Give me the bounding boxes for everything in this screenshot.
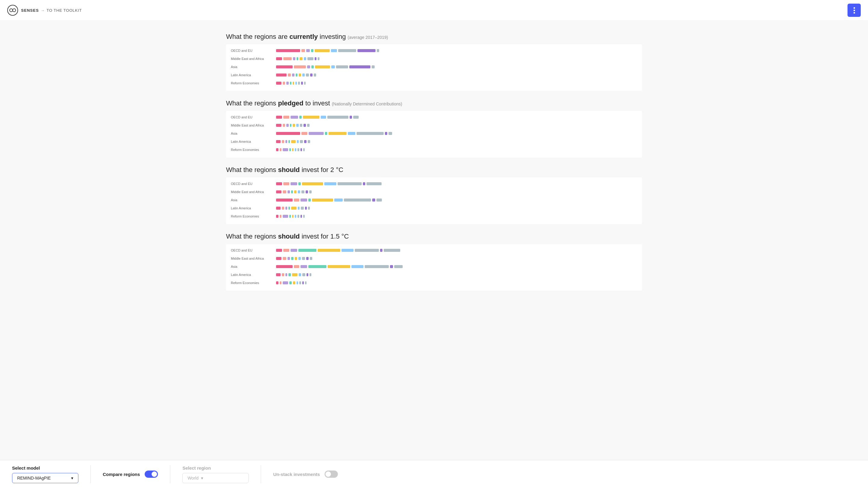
bar-pledged-1-1: [283, 124, 285, 127]
brand-label: SENSES: [21, 8, 39, 13]
bar-1.5deg-0-7: [380, 249, 382, 252]
senses-logo: [7, 5, 18, 16]
bar-2deg-1-6: [301, 190, 304, 193]
bar-1.5deg-0-8: [384, 249, 400, 252]
bar-2deg-4-8: [303, 215, 305, 218]
bar-1.5deg-0-2: [290, 249, 297, 252]
bar-currently-4-0: [276, 82, 281, 85]
bar-2deg-4-1: [280, 215, 281, 218]
menu-dot-2: [854, 10, 855, 11]
bars-container-1.5deg-3: [276, 273, 637, 276]
bar-pledged-4-0: [276, 148, 278, 151]
bar-currently-2-6: [336, 65, 348, 68]
bar-currently-4-5: [296, 82, 297, 85]
bar-pledged-1-3: [290, 124, 291, 127]
bar-2deg-1-5: [298, 190, 300, 193]
bar-currently-1-0: [276, 57, 282, 60]
bar-currently-0-5: [331, 49, 337, 52]
bar-2deg-1-4: [294, 190, 297, 193]
region-dropdown[interactable]: World ▾: [182, 473, 249, 483]
bar-2deg-4-5: [295, 215, 296, 218]
region-row-1.5deg-0: OECD and EU: [231, 247, 637, 254]
bar-pledged-4-6: [298, 148, 299, 151]
bar-1.5deg-0-0: [276, 249, 282, 252]
bars-container-currently-1: [276, 57, 637, 60]
bar-pledged-0-6: [327, 116, 348, 119]
bar-pledged-3-4: [291, 140, 296, 143]
bar-1.5deg-2-2: [301, 265, 307, 268]
bar-currently-2-2: [307, 65, 310, 68]
menu-button[interactable]: [847, 4, 861, 17]
unstack-toggle[interactable]: [324, 470, 338, 478]
bar-pledged-2-6: [356, 132, 384, 135]
bars-container-2deg-2: [276, 198, 637, 201]
menu-dot-3: [854, 12, 855, 13]
region-value: World: [187, 476, 198, 481]
bar-currently-3-1: [288, 73, 291, 76]
bar-currently-1-8: [318, 57, 319, 60]
bar-2deg-1-0: [276, 190, 281, 193]
bar-1.5deg-3-1: [282, 273, 284, 276]
bar-2deg-1-1: [283, 190, 286, 193]
bar-pledged-3-1: [282, 140, 284, 143]
bar-currently-0-2: [306, 49, 310, 52]
bar-currently-0-3: [311, 49, 313, 52]
model-select-dropdown[interactable]: REMIND-MAgPIE ▾: [12, 473, 79, 483]
bars-container-2deg-3: [276, 207, 637, 210]
bars-container-pledged-3: [276, 140, 637, 143]
region-label-currently-3: Latin America: [231, 73, 276, 77]
model-selector-section: Select model REMIND-MAgPIE ▾: [12, 465, 79, 483]
bar-1.5deg-3-0: [276, 273, 281, 276]
svg-point-1: [10, 9, 13, 12]
region-label-1.5deg-4: Reform Economies: [231, 281, 276, 285]
main-content: What the regions are currently investing…: [208, 21, 660, 335]
region-row-currently-1: Middle East and Africa: [231, 56, 637, 62]
select-region-label: Select region: [182, 465, 249, 470]
bar-1.5deg-4-1: [280, 281, 281, 284]
bar-2deg-4-0: [276, 215, 278, 218]
model-select-value: REMIND-MAgPIE: [17, 476, 51, 481]
bar-pledged-3-6: [300, 140, 303, 143]
compare-regions-toggle[interactable]: [145, 470, 158, 478]
select-model-label: Select model: [12, 465, 79, 470]
section-title-1.5deg: What the regions should invest for 1.5 °…: [226, 233, 642, 240]
region-label-2deg-4: Reform Economies: [231, 215, 276, 218]
bar-2deg-2-1: [294, 198, 299, 201]
bar-pledged-3-3: [288, 140, 290, 143]
bar-2deg-2-2: [301, 198, 307, 201]
region-row-1.5deg-2: Asia: [231, 263, 637, 270]
bar-2deg-0-7: [363, 182, 365, 185]
bar-1.5deg-4-7: [302, 281, 304, 284]
region-row-1.5deg-4: Reform Economies: [231, 280, 637, 286]
region-label-pledged-1: Middle East and Africa: [231, 124, 276, 127]
bar-2deg-1-8: [309, 190, 312, 193]
bar-pledged-4-5: [295, 148, 296, 151]
bar-1.5deg-4-2: [283, 281, 288, 284]
region-label-2deg-3: Latin America: [231, 206, 276, 210]
compare-regions-label: Compare regions: [103, 472, 140, 477]
bar-currently-1-3: [297, 57, 299, 60]
unstack-toggle-knob: [326, 471, 331, 477]
model-select-arrow: ▾: [71, 476, 73, 481]
bar-1.5deg-0-6: [355, 249, 379, 252]
bar-pledged-4-1: [280, 148, 281, 151]
bar-1.5deg-0-3: [299, 249, 316, 252]
bar-pledged-2-7: [385, 132, 387, 135]
bar-1.5deg-1-0: [276, 257, 281, 260]
bar-currently-4-4: [293, 82, 294, 85]
bar-1.5deg-4-0: [276, 281, 278, 284]
bar-pledged-0-0: [276, 116, 282, 119]
unstack-label: Un-stack investments: [273, 472, 320, 477]
bar-2deg-1-3: [291, 190, 293, 193]
bar-2deg-0-5: [324, 182, 336, 185]
region-label-currently-4: Reform Economies: [231, 82, 276, 85]
region-row-pledged-1: Middle East and Africa: [231, 122, 637, 129]
toggle-knob: [152, 471, 157, 477]
bar-2deg-1-2: [287, 190, 290, 193]
bar-currently-3-7: [310, 73, 313, 76]
bar-1.5deg-4-6: [299, 281, 301, 284]
bar-pledged-2-1: [301, 132, 307, 135]
bar-2deg-3-8: [308, 207, 310, 210]
bar-pledged-4-7: [301, 148, 302, 151]
bar-currently-4-3: [290, 82, 291, 85]
